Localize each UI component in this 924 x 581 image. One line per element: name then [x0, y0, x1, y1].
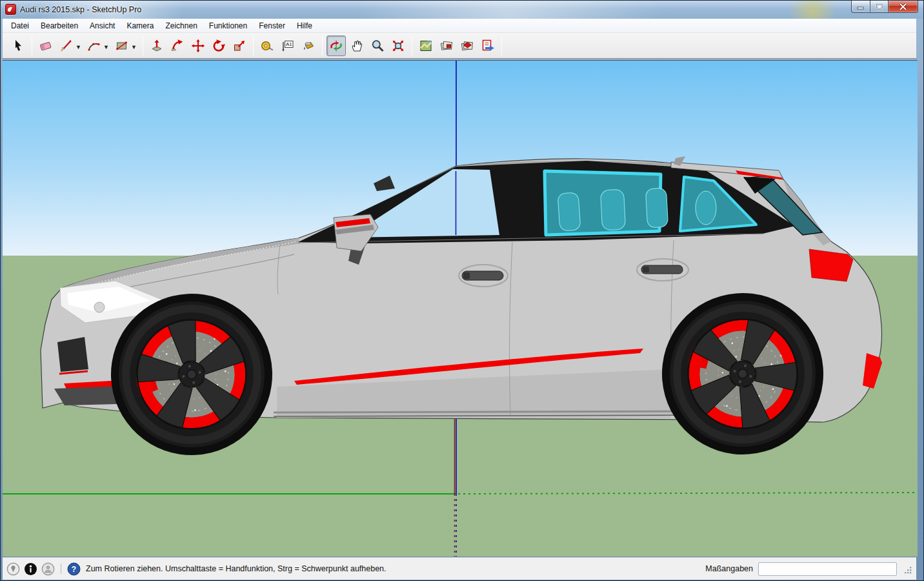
toolbar-separator: [143, 36, 143, 56]
line-dropdown-icon[interactable]: ▼: [75, 41, 83, 50]
follow-me-tool-button[interactable]: [168, 36, 187, 56]
sill-shadow: [274, 411, 696, 413]
menu-datei[interactable]: Datei: [5, 19, 35, 32]
svg-text:?: ?: [72, 565, 76, 574]
menu-fenster[interactable]: Fenster: [253, 19, 291, 32]
select-tool-button[interactable]: [8, 36, 28, 56]
zoom-extents-icon: [391, 39, 405, 53]
tape-measure-icon: [260, 39, 274, 53]
menubar: Datei Bearbeiten Ansicht Kamera Zeichnen…: [3, 19, 916, 33]
viewport[interactable]: [3, 60, 918, 556]
close-icon: [899, 3, 907, 10]
toolbar-separator: [322, 36, 323, 56]
maximize-icon: [876, 3, 883, 10]
sketchup-logo-icon: [5, 4, 16, 15]
zoom-magnifier-icon: [370, 39, 385, 53]
minimize-button[interactable]: [851, 1, 870, 13]
toolbar-separator: [253, 36, 254, 56]
pan-tool-button[interactable]: [347, 36, 367, 56]
push-pull-tool-button[interactable]: [147, 36, 166, 56]
help-icon[interactable]: ?: [67, 562, 81, 576]
close-button[interactable]: [889, 1, 918, 13]
text-tool-button[interactable]: A1: [278, 36, 297, 56]
pan-hand-icon: [350, 39, 364, 53]
text-label-icon: A1: [281, 39, 295, 53]
menu-kamera[interactable]: Kamera: [121, 19, 159, 32]
statusbar-separator: [61, 564, 61, 574]
paint-bucket-icon: [301, 39, 316, 53]
eraser-icon: [39, 39, 53, 53]
move-icon: [191, 39, 205, 53]
titlebar[interactable]: Audi rs3 2015.skp - SketchUp Pro: [1, 1, 923, 19]
toolbar-separator: [32, 36, 32, 56]
toolbar: ▼ ▼ ▼ A1: [3, 33, 916, 59]
eraser-tool-button[interactable]: [36, 36, 55, 56]
add-location-button[interactable]: [416, 36, 436, 56]
toolbar-separator: [501, 36, 502, 56]
photo-stack-icon: [439, 39, 454, 53]
tail-light: [809, 249, 853, 281]
geolocation-icon[interactable]: [6, 562, 20, 576]
headlight-projector: [94, 302, 105, 312]
match-photo-button[interactable]: [457, 36, 477, 56]
arc-icon: [87, 39, 101, 53]
tape-measure-tool-button[interactable]: [257, 36, 277, 56]
menu-bearbeiten[interactable]: Bearbeiten: [35, 19, 84, 32]
minimize-icon: [857, 4, 865, 10]
export-arrow-icon: [481, 39, 495, 53]
paint-bucket-tool-button[interactable]: [299, 36, 318, 56]
sketchup-window: Audi rs3 2015.skp - SketchUp Pro Datei B…: [0, 0, 924, 581]
scale-tool-button[interactable]: [230, 36, 249, 56]
menu-hilfe[interactable]: Hilfe: [291, 19, 318, 32]
follow-me-icon: [170, 39, 185, 53]
pencil-icon: [59, 39, 74, 53]
orbit-tool-button[interactable]: [326, 36, 346, 56]
line-tool-button[interactable]: [57, 36, 76, 56]
credits-icon[interactable]: [41, 562, 55, 576]
rotate-tool-button[interactable]: [209, 36, 228, 56]
rotate-icon: [212, 39, 226, 53]
select-cursor-icon: [11, 39, 25, 53]
measurement-label: Maßangaben: [705, 564, 753, 573]
photo-match-icon: [460, 39, 474, 53]
menu-zeichnen[interactable]: Zeichnen: [159, 19, 203, 32]
share-model-button[interactable]: [478, 36, 497, 56]
orbit-icon: [329, 39, 343, 53]
svg-text:A1: A1: [286, 41, 292, 47]
front-grille: [57, 337, 88, 372]
instructor-icon[interactable]: [24, 562, 37, 576]
menu-funktionen[interactable]: Funktionen: [203, 19, 253, 32]
menu-ansicht[interactable]: Ansicht: [84, 19, 121, 32]
measurement-input[interactable]: [758, 562, 897, 576]
zoom-tool-button[interactable]: [368, 36, 387, 56]
arc-tool-button[interactable]: [85, 36, 104, 56]
rectangle-icon: [115, 39, 129, 53]
window-title: Audi rs3 2015.skp - SketchUp Pro: [20, 5, 141, 14]
toolbar-separator: [412, 36, 412, 56]
scale-icon: [232, 39, 246, 53]
rectangle-tool-button[interactable]: [112, 36, 132, 56]
status-hint: Zum Rotieren ziehen. Umschalttaste = Han…: [86, 564, 387, 573]
maximize-button[interactable]: [870, 1, 889, 13]
photo-textures-button[interactable]: [437, 36, 456, 56]
viewport-canvas[interactable]: [3, 61, 918, 556]
quarter-seat: [696, 191, 716, 225]
move-tool-button[interactable]: [188, 36, 208, 56]
statusbar: ? Zum Rotieren ziehen. Umschalttaste = H…: [3, 557, 916, 580]
rear-seats: [557, 188, 668, 231]
push-pull-icon: [150, 39, 164, 53]
arc-dropdown-icon[interactable]: ▼: [103, 41, 111, 50]
map-location-icon: [419, 39, 433, 53]
resize-grip[interactable]: [904, 566, 912, 575]
zoom-extents-tool-button[interactable]: [388, 36, 408, 56]
rectangle-dropdown-icon[interactable]: ▼: [131, 41, 139, 50]
